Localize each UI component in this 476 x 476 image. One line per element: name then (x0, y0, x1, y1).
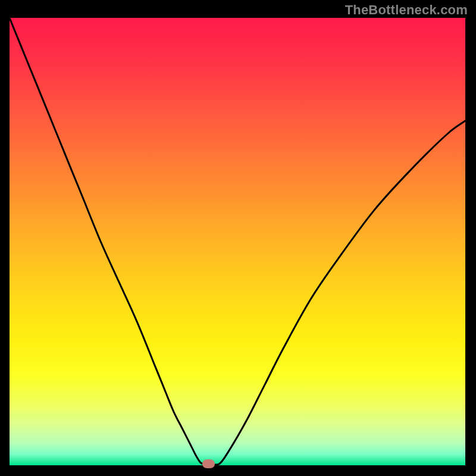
watermark-label: TheBottleneck.com (345, 2, 468, 18)
gradient-background (10, 18, 465, 465)
plot-frame (10, 18, 465, 465)
optimum-marker (202, 459, 215, 468)
bottleneck-chart (10, 18, 465, 465)
